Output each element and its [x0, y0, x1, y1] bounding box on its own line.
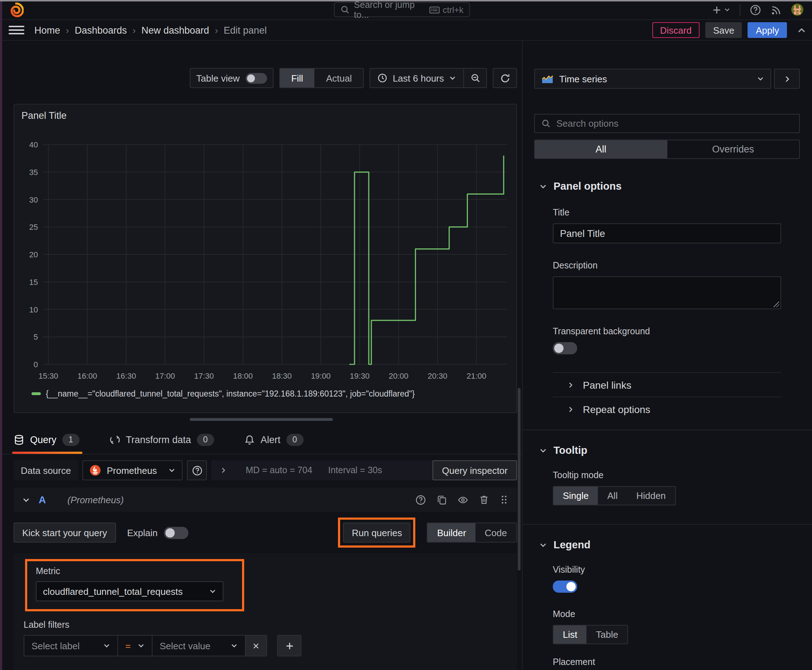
datasource-name: Prometheus [107, 465, 163, 475]
query-inspector-button[interactable]: Query inspector [432, 460, 517, 481]
panel-options-section-header[interactable]: Panel options [534, 180, 800, 192]
tab-transform[interactable]: Transform data 0 [110, 425, 214, 454]
time-series-viz-icon [541, 74, 554, 83]
svg-text:17:00: 17:00 [155, 372, 175, 381]
zoom-out-time-button[interactable] [463, 69, 486, 87]
menu-toggle-button[interactable] [8, 22, 24, 38]
query-row-header[interactable]: A (Prometheus) [14, 487, 517, 512]
panel-title: Panel Title [22, 110, 66, 121]
breadcrumb-separator: › [215, 25, 218, 36]
breadcrumb: Home › Dashboards › New dashboard › Edit… [34, 25, 267, 36]
help-icon [750, 4, 761, 15]
tooltip-hidden-option[interactable]: Hidden [627, 486, 675, 505]
add-filter-button[interactable] [277, 635, 302, 656]
legend-visibility-toggle[interactable] [553, 580, 577, 593]
tab-all[interactable]: All [535, 140, 667, 158]
tab-overrides[interactable]: Overrides [667, 140, 799, 158]
actual-option[interactable]: Actual [315, 69, 363, 87]
datasource-label: Data source [14, 460, 78, 481]
clock-icon [378, 73, 388, 83]
explain-label: Explain [127, 527, 158, 538]
builder-option[interactable]: Builder [428, 523, 475, 542]
query-options-bar[interactable]: MD = auto = 704 Interval = 30s Query ins… [211, 460, 517, 481]
datasource-help-button[interactable] [187, 460, 207, 481]
breadcrumb-dashboards[interactable]: Dashboards [75, 25, 127, 36]
select-label-dropdown[interactable]: Select label [24, 635, 118, 656]
tab-query[interactable]: Query 1 [14, 425, 80, 454]
legend-series-label: {__name__="cloudflared_tunnel_total_requ… [46, 389, 415, 398]
svg-text:20:00: 20:00 [389, 372, 409, 381]
tab-alert[interactable]: Alert 0 [244, 425, 303, 454]
legend-table-option[interactable]: Table [587, 625, 627, 644]
breadcrumb-home[interactable]: Home [34, 25, 60, 36]
panel-resize-handle[interactable] [190, 418, 332, 421]
bell-icon [244, 434, 255, 445]
svg-text:16:30: 16:30 [116, 372, 136, 381]
main-scrollbar[interactable] [518, 388, 520, 570]
description-textarea[interactable] [553, 276, 781, 309]
time-range-picker[interactable]: Last 6 hours [371, 69, 463, 87]
save-button[interactable]: Save [705, 22, 742, 38]
keyboard-icon [429, 5, 440, 14]
select-value-dropdown[interactable]: Select value [153, 635, 246, 656]
repeat-options-row[interactable]: Repeat options [553, 397, 781, 421]
query-help-button[interactable] [415, 494, 426, 505]
legend-section-header[interactable]: Legend [534, 539, 800, 550]
delete-query-button[interactable] [479, 495, 489, 505]
legend-series-swatch [32, 392, 41, 395]
global-search-input[interactable]: Search or jump to... ctrl+k [334, 2, 470, 17]
refresh-button[interactable] [493, 68, 517, 88]
chevron-down-icon [209, 588, 216, 595]
metric-value: cloudflared_tunnel_total_requests [43, 586, 203, 597]
apply-button[interactable]: Apply [748, 22, 787, 38]
resize-corner[interactable] [773, 301, 779, 307]
tooltip-all-option[interactable]: All [598, 486, 627, 505]
tooltip-single-option[interactable]: Single [554, 486, 598, 505]
grip-icon [500, 495, 509, 505]
breadcrumb-new-dashboard[interactable]: New dashboard [141, 25, 209, 36]
svg-text:0: 0 [34, 360, 38, 369]
toggle-viz-picker-button[interactable] [774, 69, 800, 89]
kick-start-query-button[interactable]: Kick start your query [14, 523, 116, 543]
collapse-header-button[interactable] [797, 25, 806, 35]
visualization-name: Time series [559, 73, 751, 84]
visualization-picker[interactable]: Time series [534, 69, 771, 89]
grafana-logo[interactable] [8, 2, 24, 17]
chevron-down-icon [449, 74, 456, 81]
code-option[interactable]: Code [475, 523, 516, 542]
datasource-picker[interactable]: Prometheus [82, 460, 183, 481]
fill-option[interactable]: Fill [280, 69, 314, 87]
run-queries-button[interactable]: Run queries [343, 523, 411, 543]
chart-legend[interactable]: {__name__="cloudflared_tunnel_total_requ… [32, 389, 415, 398]
help-button[interactable] [750, 4, 761, 15]
editor-tabs-bar: Query 1 Transform data 0 [0, 425, 522, 455]
svg-text:10: 10 [29, 305, 38, 314]
svg-text:17:30: 17:30 [194, 372, 214, 381]
user-avatar[interactable] [791, 3, 804, 16]
options-search-input[interactable]: Search options [534, 114, 800, 133]
svg-text:18:00: 18:00 [233, 372, 253, 381]
table-view-toggle[interactable] [245, 73, 267, 83]
discard-button[interactable]: Discard [652, 22, 700, 38]
panel-title-input[interactable]: Panel Title [553, 223, 781, 244]
metric-select[interactable]: cloudflared_tunnel_total_requests [36, 581, 224, 601]
transparent-background-toggle[interactable] [553, 342, 577, 354]
transform-icon [110, 434, 120, 445]
remove-filter-button[interactable] [246, 635, 267, 656]
svg-text:16:00: 16:00 [77, 372, 97, 381]
time-series-chart[interactable]: 051015202530354015:3016:0016:3017:0017:3… [14, 132, 515, 384]
tooltip-section-header[interactable]: Tooltip [534, 445, 800, 456]
operator-dropdown[interactable]: = [118, 635, 153, 656]
chevron-right-icon [567, 381, 574, 388]
drag-query-handle[interactable] [500, 495, 509, 505]
new-menu-button[interactable] [712, 5, 731, 15]
svg-text:20:30: 20:30 [427, 372, 447, 381]
legend-list-option[interactable]: List [554, 625, 587, 644]
toggle-query-visibility-button[interactable] [458, 494, 468, 505]
svg-text:19:00: 19:00 [311, 372, 331, 381]
explain-toggle[interactable] [164, 526, 188, 539]
duplicate-query-button[interactable] [437, 495, 447, 505]
news-button[interactable] [770, 4, 782, 15]
panel-links-row[interactable]: Panel links [553, 373, 781, 397]
query-editor-body: Metric cloudflared_tunnel_total_requests… [14, 553, 517, 670]
